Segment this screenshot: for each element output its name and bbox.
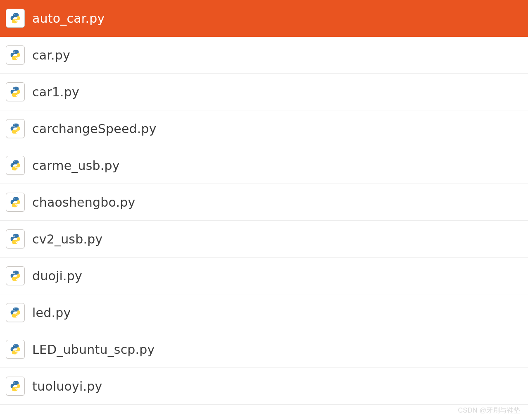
python-file-icon — [10, 196, 21, 208]
file-icon-wrap — [6, 119, 25, 138]
file-row[interactable]: tuoluoyi.py — [0, 368, 528, 405]
python-file-icon — [10, 233, 21, 245]
python-file-icon — [10, 344, 21, 355]
file-name-label: LED_ubuntu_scp.py — [32, 342, 155, 357]
file-row[interactable]: led.py — [0, 294, 528, 331]
python-file-icon — [10, 86, 21, 98]
file-name-label: carme_usb.py — [32, 158, 120, 173]
python-file-icon — [10, 270, 21, 282]
file-icon-wrap — [6, 340, 25, 359]
file-name-label: car1.py — [32, 85, 79, 99]
file-icon-wrap — [6, 45, 25, 64]
file-row[interactable]: car1.py — [0, 74, 528, 110]
file-icon-wrap — [6, 303, 25, 322]
file-row[interactable]: car.py — [0, 37, 528, 74]
python-file-icon — [10, 12, 21, 24]
python-file-icon — [10, 160, 21, 171]
python-file-icon — [10, 123, 21, 134]
file-name-label: chaoshengbo.py — [32, 195, 135, 210]
python-file-icon — [10, 49, 21, 61]
file-row[interactable]: LED_ubuntu_scp.py — [0, 331, 528, 368]
file-name-label: auto_car.py — [32, 11, 105, 26]
file-name-label: tuoluoyi.py — [32, 379, 102, 394]
file-name-label: car.py — [32, 48, 70, 62]
file-icon-wrap — [6, 229, 25, 248]
file-row[interactable]: carchangeSpeed.py — [0, 110, 528, 147]
watermark-text: CSDN @牙刷与鞋垫 — [458, 406, 521, 415]
file-name-label: cv2_usb.py — [32, 232, 102, 246]
file-icon-wrap — [6, 266, 25, 285]
file-row[interactable]: auto_car.py — [0, 0, 528, 37]
file-list: auto_car.py car.py car1.py carchangeSpee… — [0, 0, 528, 405]
file-name-label: carchangeSpeed.py — [32, 122, 157, 136]
python-file-icon — [10, 380, 21, 392]
file-icon-wrap — [6, 156, 25, 175]
file-row[interactable]: duoji.py — [0, 258, 528, 294]
python-file-icon — [10, 307, 21, 318]
file-row[interactable]: chaoshengbo.py — [0, 184, 528, 221]
file-row[interactable]: carme_usb.py — [0, 147, 528, 184]
file-name-label: duoji.py — [32, 269, 82, 283]
file-icon-wrap — [6, 377, 25, 396]
file-row[interactable]: cv2_usb.py — [0, 221, 528, 258]
file-name-label: led.py — [32, 305, 71, 320]
file-icon-wrap — [6, 193, 25, 212]
file-icon-wrap — [6, 82, 25, 101]
file-icon-wrap — [6, 9, 25, 28]
